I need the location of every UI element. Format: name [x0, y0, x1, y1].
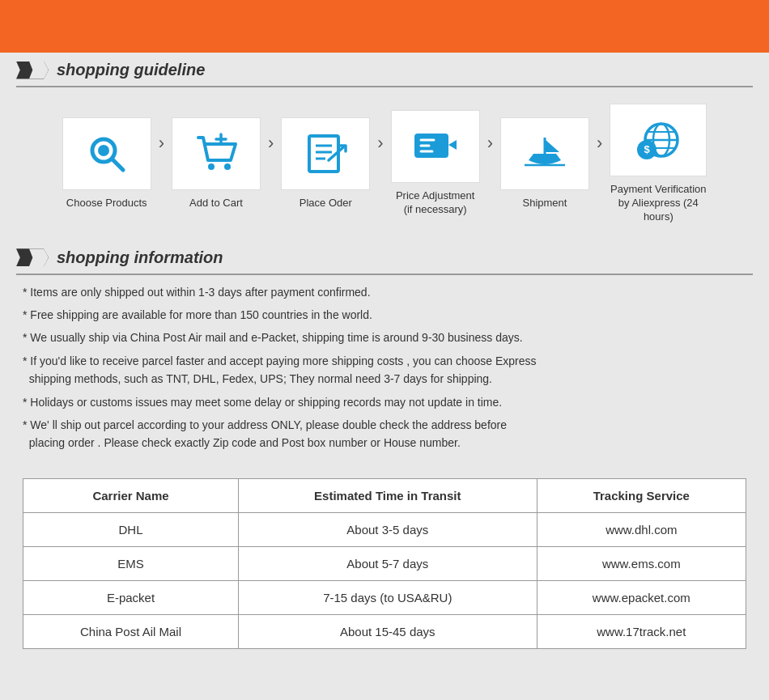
header-icon: [16, 62, 49, 79]
info-bullet-5: * Holidays or customs issues may meet so…: [23, 393, 746, 411]
table-row: China Post Ail MailAbout 15-45 dayswww.1…: [23, 614, 746, 648]
step-price-adjustment: Price Adjustment(if necessary): [387, 110, 484, 217]
step-icon-price-adjustment: [391, 110, 480, 183]
svg-line-2: [112, 159, 123, 170]
step-label-price-adjustment: Price Adjustment(if necessary): [396, 189, 475, 217]
guideline-header: shopping guideline: [16, 53, 753, 87]
table-cell-1-2: www.ems.com: [537, 546, 746, 580]
th-carrier: Carrier Name: [23, 478, 239, 512]
info-bullet-6: * We' ll ship out parcel according to yo…: [23, 416, 746, 452]
arrow-5: ›: [597, 133, 602, 154]
step-label-add-to-cart: Add to Cart: [189, 197, 243, 210]
shipping-table: Carrier Name Estimated Time in Transit T…: [23, 478, 746, 649]
step-shipment: Shipment: [496, 117, 593, 210]
table-cell-2-1: 7-15 days (to USA&RU): [238, 580, 537, 614]
table-row: DHLAbout 3-5 dayswww.dhl.com: [23, 512, 746, 546]
step-icon-choose-products: [62, 117, 151, 190]
step-add-to-cart: Add to Cart: [168, 117, 265, 210]
table-row: E-packet7-15 days (to USA&RU)www.epacket…: [23, 580, 746, 614]
table-cell-0-1: About 3-5 days: [238, 512, 537, 546]
step-icon-shipment: [500, 117, 589, 190]
arrow-4: ›: [487, 133, 493, 154]
info-section: * Items are only shipped out within 1-3 …: [0, 275, 769, 465]
table-header-row: Carrier Name Estimated Time in Transit T…: [23, 478, 746, 512]
info-bullet-4: * If you'd like to receive parcel faster…: [23, 352, 746, 388]
info-bullet-2: * Free shipping are available for more t…: [23, 306, 746, 324]
shipping-table-container: Carrier Name Estimated Time in Transit T…: [23, 478, 746, 649]
table-cell-0-2: www.dhl.com: [537, 512, 746, 546]
info-bullet-1: * Items are only shipped out within 1-3 …: [23, 283, 746, 301]
table-row: EMSAbout 5-7 dayswww.ems.com: [23, 546, 746, 580]
table-cell-3-0: China Post Ail Mail: [23, 614, 239, 648]
information-title: shopping information: [57, 248, 223, 267]
step-label-choose-products: Choose Products: [66, 197, 147, 210]
svg-point-1: [98, 145, 109, 156]
info-header-icon: [16, 248, 49, 266]
step-label-place-order: Place Oder: [300, 197, 352, 210]
arrow-2: ›: [268, 133, 274, 154]
svg-marker-12: [448, 140, 457, 150]
table-cell-0-0: DHL: [23, 512, 239, 546]
svg-point-3: [208, 163, 215, 170]
arrow-3: ›: [377, 133, 383, 154]
arrow-1: ›: [159, 133, 164, 154]
svg-point-4: [224, 163, 231, 170]
svg-rect-11: [414, 134, 448, 158]
info-bullet-3: * We usually ship via China Post Air mai…: [23, 329, 746, 346]
steps-container: Choose Products › Add to Cart ›: [0, 87, 769, 240]
step-label-shipment: Shipment: [523, 197, 567, 210]
table-cell-3-1: About 15-45 days: [238, 614, 537, 648]
th-tracking: Tracking Service: [537, 478, 746, 512]
table-cell-2-2: www.epacket.com: [537, 580, 746, 614]
step-choose-products: Choose Products: [58, 117, 155, 210]
step-label-payment-verification: Payment Verification by Aliexpress (24 h…: [605, 183, 711, 224]
table-cell-3-2: www.17track.net: [537, 614, 746, 648]
table-cell-2-0: E-packet: [23, 580, 239, 614]
step-place-order: Place Oder: [277, 117, 374, 210]
guideline-title: shopping guideline: [57, 61, 205, 79]
step-icon-payment-verification: $: [610, 104, 707, 176]
step-payment-verification: $ Payment Verification by Aliexpress (24…: [605, 104, 711, 224]
step-icon-add-to-cart: [172, 117, 261, 190]
orange-banner: [0, 0, 769, 53]
information-header: shopping information: [16, 240, 753, 275]
table-cell-1-0: EMS: [23, 546, 239, 580]
th-transit: Estimated Time in Transit: [238, 478, 537, 512]
table-cell-1-1: About 5-7 days: [238, 546, 537, 580]
step-icon-place-order: [281, 117, 370, 190]
svg-text:$: $: [644, 143, 651, 155]
